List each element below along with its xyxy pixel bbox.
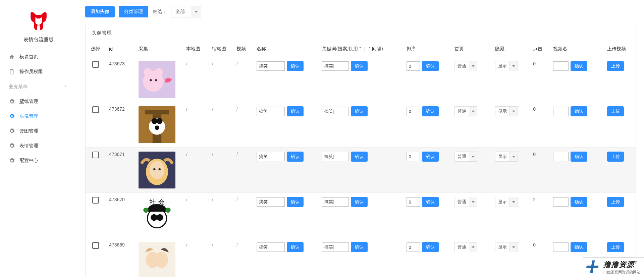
cell-id: 473669	[106, 238, 135, 277]
hide-select[interactable]: 显示	[495, 152, 518, 162]
video-name-input[interactable]	[553, 242, 569, 252]
keyword-input[interactable]	[322, 242, 349, 252]
svg-point-25	[165, 208, 170, 213]
sidebar-item-1[interactable]: 头像管理	[0, 109, 77, 124]
menu-home[interactable]: 模块首页	[0, 50, 77, 64]
sort-confirm-button[interactable]: 确认	[422, 61, 439, 71]
keyword-input[interactable]	[322, 197, 349, 207]
hide-select[interactable]: 显示	[495, 197, 518, 207]
video-name-confirm-button[interactable]: 确认	[571, 106, 587, 116]
th-shipin: 视频	[233, 41, 253, 57]
sidebar-item-label: 壁纸管理	[19, 99, 38, 105]
sidebar-item-4[interactable]: 配置中心	[0, 153, 77, 168]
svg-point-2	[144, 68, 152, 76]
sidebar-item-0[interactable]: 壁纸管理	[0, 94, 77, 109]
video-name-confirm-button[interactable]: 确认	[571, 61, 587, 71]
video-name-input[interactable]	[553, 61, 569, 71]
keyword-input[interactable]	[322, 107, 349, 116]
table-row: 473671///确认确认确认普通显示0确认上传	[86, 148, 636, 193]
name-input[interactable]	[257, 242, 285, 252]
keyword-input[interactable]	[322, 61, 349, 71]
avatar-thumbnail[interactable]	[139, 152, 175, 188]
gear-icon	[9, 99, 15, 105]
row-checkbox[interactable]	[92, 152, 99, 158]
add-avatar-button[interactable]: 添加头像	[85, 6, 115, 17]
category-manage-button[interactable]: 分类管理	[119, 6, 148, 17]
keyword-confirm-button[interactable]: 确认	[351, 61, 368, 71]
caret-down-icon	[191, 6, 201, 17]
avatar-thumbnail[interactable]	[139, 61, 175, 98]
caret-down-icon	[469, 152, 477, 161]
sidebar-item-2[interactable]: 套图管理	[0, 124, 77, 138]
keyword-confirm-button[interactable]: 确认	[351, 152, 368, 162]
row-checkbox[interactable]	[92, 61, 99, 68]
avatar-thumbnail[interactable]	[139, 106, 175, 143]
filter-select[interactable]: 全部	[171, 6, 201, 17]
sort-input[interactable]	[407, 197, 420, 207]
name-input[interactable]	[257, 61, 285, 71]
name-input[interactable]	[257, 107, 285, 116]
keyword-confirm-button[interactable]: 确认	[351, 106, 368, 116]
hide-select[interactable]: 显示	[495, 242, 518, 252]
avatar-thumbnail[interactable]	[139, 242, 175, 277]
sort-confirm-button[interactable]: 确认	[422, 152, 439, 162]
svg-rect-7	[145, 110, 169, 114]
watermark-sub: 白嫖互联网资源的网站	[603, 270, 640, 275]
sidebar-item-3[interactable]: 表情管理	[0, 138, 77, 153]
video-name-input[interactable]	[553, 197, 569, 207]
keyword-confirm-button[interactable]: 确认	[351, 242, 368, 252]
name-confirm-button[interactable]: 确认	[287, 61, 304, 71]
keyword-input[interactable]	[322, 152, 349, 161]
bull-logo-icon	[26, 9, 51, 32]
upload-button[interactable]: 上传	[607, 106, 624, 116]
cell-thumb: /	[209, 148, 233, 193]
home-select[interactable]: 普通	[454, 106, 477, 116]
name-confirm-button[interactable]: 确认	[287, 242, 304, 252]
name-input[interactable]	[257, 197, 285, 207]
video-name-input[interactable]	[553, 152, 569, 161]
menu-operator[interactable]: 操作员权限	[0, 64, 77, 79]
home-select[interactable]: 普通	[454, 197, 477, 207]
home-select[interactable]: 普通	[454, 152, 477, 162]
video-name-confirm-button[interactable]: 确认	[571, 152, 587, 162]
th-caiji: 采集	[135, 41, 183, 57]
filter-label: 筛选：	[153, 9, 167, 15]
upload-button[interactable]: 上传	[607, 61, 624, 71]
hide-select[interactable]: 显示	[495, 106, 518, 116]
upload-button[interactable]: 上传	[607, 242, 624, 252]
keyword-confirm-button[interactable]: 确认	[351, 197, 368, 207]
sort-confirm-button[interactable]: 确认	[422, 242, 439, 252]
home-select[interactable]: 普通	[454, 61, 477, 71]
row-checkbox[interactable]	[92, 197, 99, 204]
caret-down-icon	[509, 242, 518, 252]
cell-id: 473673	[106, 57, 135, 102]
video-name-input[interactable]	[553, 107, 569, 116]
hide-select[interactable]: 显示	[495, 61, 518, 71]
cell-local: /	[183, 193, 209, 238]
th-id: id	[106, 41, 135, 57]
name-confirm-button[interactable]: 确认	[287, 197, 304, 207]
name-input[interactable]	[257, 152, 285, 161]
sidebar-item-label: 配置中心	[19, 158, 38, 164]
sort-confirm-button[interactable]: 确认	[422, 197, 439, 207]
caret-down-icon	[509, 152, 518, 161]
home-select[interactable]: 普通	[454, 242, 477, 252]
sidebar-item-label: 表情管理	[19, 143, 38, 149]
sort-input[interactable]	[407, 242, 420, 252]
svg-point-28	[155, 252, 168, 268]
sort-confirm-button[interactable]: 确认	[422, 106, 439, 116]
sort-input[interactable]	[407, 107, 420, 116]
name-confirm-button[interactable]: 确认	[287, 152, 304, 162]
menu-section-header[interactable]: 业务菜单	[0, 79, 77, 94]
video-name-confirm-button[interactable]: 确认	[571, 242, 587, 252]
sort-input[interactable]	[407, 61, 420, 71]
sidebar-item-label: 头像管理	[19, 113, 38, 119]
upload-button[interactable]: 上传	[607, 197, 624, 207]
row-checkbox[interactable]	[92, 242, 99, 249]
avatar-thumbnail[interactable]: 社 会	[139, 197, 175, 234]
upload-button[interactable]: 上传	[607, 152, 624, 162]
row-checkbox[interactable]	[92, 106, 99, 113]
name-confirm-button[interactable]: 确认	[287, 106, 304, 116]
sort-input[interactable]	[407, 152, 420, 161]
video-name-confirm-button[interactable]: 确认	[571, 197, 587, 207]
